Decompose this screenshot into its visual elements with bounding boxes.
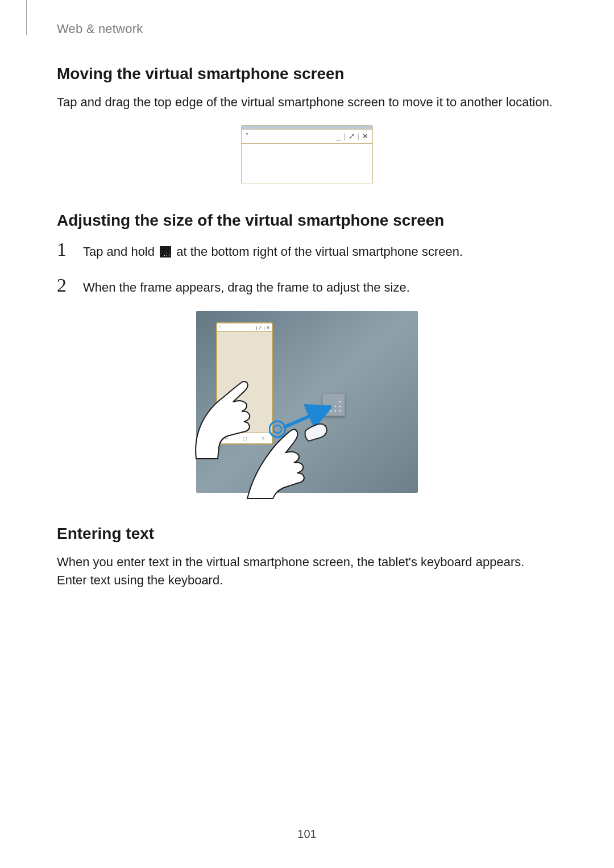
chapter-title: Web & network — [57, 22, 557, 36]
divider: | — [356, 132, 361, 140]
virtual-screen-titlebar-figure: ˅ _ | ⤢ | ✕ — [241, 125, 373, 184]
section-1-title: Moving the virtual smartphone screen — [57, 65, 557, 83]
step-number: 2 — [57, 276, 72, 295]
mini-titlebar: ˅ _ | ⤢ | ✕ — [217, 323, 272, 332]
figure-2-wrapper: ˅ _ | ⤢ | ✕ ↤ ▢ ≡ — [196, 311, 418, 493]
hand-bottom-icon — [242, 422, 338, 501]
page-content: Web & network Moving the virtual smartph… — [0, 0, 614, 589]
step-number: 1 — [57, 240, 72, 259]
step-1-text: Tap and hold at the bottom right of the … — [83, 243, 463, 261]
left-margin-rule — [26, 0, 27, 35]
figure1-body — [242, 144, 372, 184]
figure1-titlebar: ˅ _ | ⤢ | ✕ — [242, 130, 372, 144]
divider: | — [342, 132, 347, 140]
figure1-drag-edge — [242, 126, 372, 130]
step-1-text-b: at the bottom right of the virtual smart… — [173, 244, 463, 259]
mini-window-controls: _ | ⤢ | ✕ — [252, 325, 271, 330]
page-number: 101 — [0, 828, 614, 841]
section-1-body: Tap and drag the top edge of the virtual… — [57, 93, 557, 111]
step-1: 1 Tap and hold at the bottom right of th… — [57, 240, 557, 261]
close-icon: ✕ — [362, 132, 369, 140]
section-3-body: When you enter text in the virtual smart… — [57, 553, 557, 589]
section-2-title: Adjusting the size of the virtual smartp… — [57, 211, 557, 230]
figure-2: ˅ _ | ⤢ | ✕ ↤ ▢ ≡ — [57, 311, 557, 493]
resize-handle-icon — [160, 246, 171, 258]
minimize-icon: _ — [337, 132, 341, 140]
chevron-down-icon: ˅ — [219, 325, 221, 330]
figure-1: ˅ _ | ⤢ | ✕ — [57, 125, 557, 184]
section-3-title: Entering text — [57, 525, 557, 543]
step-1-text-a: Tap and hold — [83, 244, 158, 259]
window-controls: _ | ⤢ | ✕ — [337, 132, 369, 140]
step-2: 2 When the frame appears, drag the frame… — [57, 276, 557, 297]
maximize-icon: ⤢ — [349, 132, 355, 140]
step-2-text: When the frame appears, drag the frame t… — [83, 279, 410, 297]
chevron-down-icon: ˅ — [245, 132, 249, 141]
